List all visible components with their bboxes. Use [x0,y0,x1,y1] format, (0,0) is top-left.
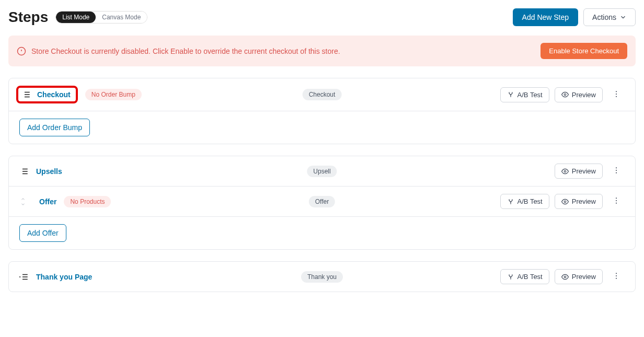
preview-label: Preview [572,273,596,281]
thankyou-type-badge: Thank you [301,271,343,283]
svg-point-33 [564,276,566,278]
page-header: Steps List Mode Canvas Mode Add New Step… [8,8,636,26]
preview-button[interactable]: Preview [555,269,603,284]
thankyou-row-right: A/B Test Preview [500,269,625,284]
svg-point-20 [616,167,617,168]
page-title: Steps [8,9,48,26]
svg-point-19 [564,170,566,172]
actions-dropdown[interactable]: Actions [583,8,636,26]
eye-icon [561,198,569,205]
list-icon[interactable] [21,90,31,99]
add-new-step-button[interactable]: Add New Step [513,8,579,26]
no-order-bump-badge: No Order Bump [85,89,142,100]
list-icon[interactable] [19,167,29,176]
header-right: Add New Step Actions [513,8,636,26]
thankyou-row-left: Thank you Page [19,272,92,282]
thankyou-step-link[interactable]: Thank you Page [36,273,92,281]
notice-message: Store Checkout is currently disabled. Cl… [31,47,340,55]
svg-point-35 [616,275,617,276]
offer-step-link[interactable]: Offer [39,197,56,206]
add-order-bump-button[interactable]: Add Order Bump [19,119,90,136]
enable-store-checkout-button[interactable]: Enable Store Checkout [540,43,627,59]
preview-button[interactable]: Preview [555,87,603,102]
split-icon [507,198,514,205]
upsells-footer: Add Offer [9,217,635,249]
upsells-step-link[interactable]: Upsells [36,167,62,176]
more-menu-button[interactable] [608,270,625,284]
no-products-badge: No Products [64,196,111,207]
eye-icon [561,91,569,98]
mode-list-button[interactable]: List Mode [56,11,96,23]
svg-point-9 [564,94,566,96]
offer-row-left: Offer No Products [19,196,111,207]
mode-canvas-button[interactable]: Canvas Mode [96,11,147,23]
ab-test-button[interactable]: A/B Test [500,194,549,209]
list-icon[interactable] [19,272,29,282]
svg-point-24 [616,197,617,199]
checkout-row-right: A/B Test Preview [500,87,625,102]
ab-test-label: A/B Test [518,197,543,205]
checkout-step-link[interactable]: Checkout [37,90,71,99]
highlight-annotation: Checkout [16,86,78,103]
upsells-step-row: Upsells Upsell Preview [9,156,635,187]
ab-test-button[interactable]: A/B Test [500,87,549,102]
offer-row-right: A/B Test Preview [500,194,625,209]
checkout-step-row: Checkout No Order Bump Checkout A/B Test… [9,78,635,111]
split-icon [507,91,514,98]
svg-point-12 [616,96,617,97]
svg-point-23 [564,201,566,203]
chevron-down-icon [619,14,627,21]
info-circle-icon [17,47,26,56]
mode-toggle: List Mode Canvas Mode [55,11,147,24]
step-card-upsells: Upsells Upsell Preview Offer No [8,156,636,250]
offer-type-badge: Offer [309,196,335,207]
offer-step-row: Offer No Products Offer A/B Test Preview [9,187,635,217]
checkout-type-badge: Checkout [303,89,342,100]
svg-point-36 [616,278,617,279]
preview-button[interactable]: Preview [555,164,603,179]
svg-point-10 [616,91,617,92]
split-icon [507,273,514,281]
preview-label: Preview [572,91,596,99]
svg-point-34 [616,273,617,274]
more-menu-button[interactable] [608,88,625,102]
eye-icon [561,168,569,175]
checkout-row-left: Checkout No Order Bump [19,86,142,103]
kebab-icon [612,272,620,280]
header-left: Steps List Mode Canvas Mode [8,9,147,26]
ab-test-label: A/B Test [518,273,543,281]
step-card-thankyou: Thank you Page Thank you A/B Test Previe… [8,261,636,292]
more-menu-button[interactable] [608,194,625,208]
upsells-row-left: Upsells [19,167,62,176]
upsells-row-right: Preview [555,164,625,179]
preview-label: Preview [572,167,596,175]
preview-button[interactable]: Preview [555,194,603,209]
kebab-icon [612,90,620,98]
kebab-icon [612,196,620,205]
notice-content: Store Checkout is currently disabled. Cl… [17,47,340,56]
preview-label: Preview [572,197,596,205]
step-card-checkout: Checkout No Order Bump Checkout A/B Test… [8,78,636,144]
svg-point-21 [616,170,617,171]
svg-point-25 [616,200,617,201]
sort-icon[interactable] [19,196,27,207]
svg-point-11 [616,94,617,95]
more-menu-button[interactable] [608,164,625,178]
svg-point-22 [616,172,617,173]
kebab-icon [612,166,620,175]
ab-test-button[interactable]: A/B Test [500,269,549,284]
eye-icon [561,273,569,281]
upsell-type-badge: Upsell [307,166,337,177]
thankyou-step-row: Thank you Page Thank you A/B Test Previe… [9,262,635,292]
add-offer-button[interactable]: Add Offer [19,224,66,242]
actions-label: Actions [592,13,616,21]
svg-point-26 [616,203,617,204]
store-checkout-notice: Store Checkout is currently disabled. Cl… [8,36,636,66]
ab-test-label: A/B Test [518,91,543,99]
checkout-footer: Add Order Bump [9,111,635,144]
